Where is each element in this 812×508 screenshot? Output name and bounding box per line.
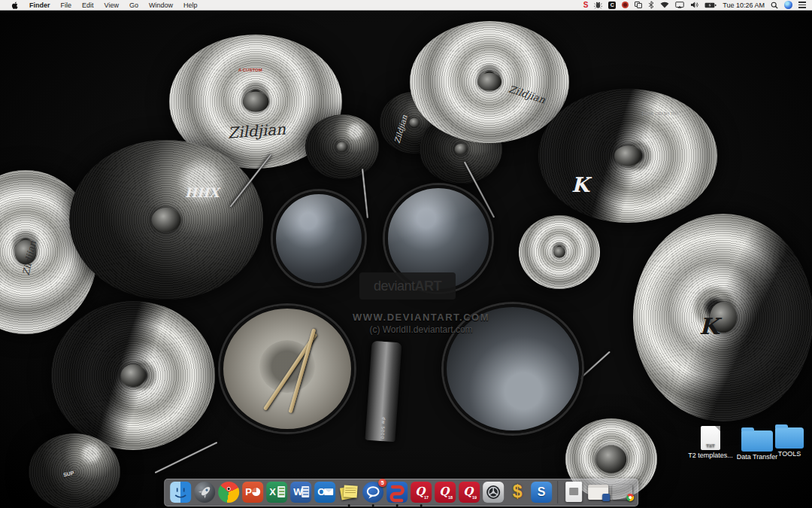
dock-quicken-2017-icon[interactable]: Q 17 bbox=[411, 482, 432, 503]
menu-help[interactable]: Help bbox=[178, 0, 203, 11]
battery-charging-icon[interactable] bbox=[704, 1, 717, 10]
cymbal-k-ride-letter: K bbox=[699, 313, 719, 339]
txt-file-badge: TXT bbox=[701, 443, 720, 448]
cymbal-bottom-left bbox=[29, 433, 120, 508]
volume-icon[interactable] bbox=[690, 1, 698, 10]
minimized-window-thumbnail bbox=[588, 485, 608, 500]
outlook-envelope-icon bbox=[324, 488, 333, 495]
kick-pedal-label: dw 5000 bbox=[380, 417, 386, 440]
excel-sheet-icon bbox=[277, 486, 285, 497]
menu-bar-left: Finder File Edit View Go Window Help bbox=[0, 0, 202, 11]
apple-icon[interactable] bbox=[6, 1, 24, 10]
rocket-icon bbox=[194, 482, 215, 503]
s-app-icon[interactable]: S bbox=[583, 1, 589, 10]
menu-finder[interactable]: Finder bbox=[24, 0, 56, 11]
sticky-note-icon bbox=[344, 485, 358, 497]
desktop-icon-tools[interactable]: TOOLS bbox=[768, 427, 810, 458]
powerpoint-pie-icon bbox=[252, 488, 260, 496]
dock-excel-icon[interactable]: X bbox=[266, 482, 287, 503]
dock-quicken-2018-icon[interactable]: Q 18 bbox=[435, 482, 456, 503]
dock-blue-red-app-icon[interactable] bbox=[386, 482, 408, 503]
drum-stand-leg bbox=[154, 441, 217, 473]
cymbal-k-ride bbox=[633, 214, 812, 421]
menu-file[interactable]: File bbox=[56, 0, 77, 11]
dock-outlook-icon[interactable]: O bbox=[314, 482, 335, 503]
watermark-lines: WWW.DEVIANTART.COM (c) WorldII.deviantar… bbox=[312, 312, 530, 335]
dock-s-app-icon[interactable]: S bbox=[531, 482, 552, 503]
notification-badge: 5 bbox=[378, 479, 386, 487]
menu-edit[interactable]: Edit bbox=[77, 0, 99, 11]
txt-file-icon: TXT bbox=[701, 426, 720, 450]
dock-quicken-2019-icon[interactable]: Q 19 bbox=[459, 482, 480, 503]
chrome-mini-badge-icon bbox=[626, 494, 634, 501]
menu-view[interactable]: View bbox=[99, 0, 124, 11]
excel-letter: X bbox=[269, 486, 276, 497]
menu-bar-status: S C Tue 10:26 AM bbox=[583, 1, 812, 10]
dock-launchpad-icon[interactable] bbox=[194, 482, 215, 503]
cymbal-k-crash-letter: K bbox=[571, 173, 589, 196]
watermark-url: WWW.DEVIANTART.COM bbox=[312, 312, 530, 323]
cymbal-hhx-model-label: HHX bbox=[185, 185, 219, 200]
display-mirroring-icon[interactable] bbox=[675, 1, 684, 10]
menu-bar: Finder File Edit View Go Window Help S C… bbox=[0, 0, 812, 11]
cymbal-k-crash-model-label: DARK CRASH Thin bbox=[642, 111, 678, 116]
quicken-version: 19 bbox=[472, 495, 477, 500]
menu-clock[interactable]: Tue 10:26 AM bbox=[723, 1, 765, 10]
bluetooth-icon[interactable] bbox=[648, 1, 654, 10]
layers-app-icon[interactable] bbox=[635, 2, 642, 8]
dock-utility-gear-icon[interactable] bbox=[483, 482, 504, 503]
menu-go[interactable]: Go bbox=[124, 0, 144, 11]
dock-separator bbox=[557, 481, 558, 503]
dock-dollar-app-icon[interactable]: $ bbox=[507, 482, 528, 503]
cymbal-k-crash bbox=[538, 89, 717, 223]
cymbal-small-left-center bbox=[305, 114, 379, 179]
c-app-icon[interactable]: C bbox=[608, 2, 616, 9]
deviantart-logo-text: deviantART bbox=[374, 278, 441, 294]
kick-pedal: dw 5000 bbox=[365, 341, 401, 442]
cymbal-hhx bbox=[69, 140, 263, 300]
watermark-credit: (c) WorldII.deviantart.com bbox=[312, 324, 530, 335]
siri-icon[interactable] bbox=[784, 1, 792, 9]
bug-app-icon[interactable] bbox=[594, 1, 602, 10]
dollar-glyph: $ bbox=[513, 482, 523, 502]
word-sheet-icon bbox=[301, 486, 309, 497]
dock-chrome-icon[interactable] bbox=[218, 482, 239, 503]
document-stack-icon bbox=[565, 482, 582, 502]
desktop-icon-label: TOOLS bbox=[768, 450, 810, 458]
dock-word-icon[interactable]: W bbox=[290, 482, 311, 503]
dock: P X W O 5 Q 17 Q 18 Q 19 $ S bbox=[164, 479, 638, 506]
menu-window[interactable]: Window bbox=[144, 0, 178, 11]
s-glyph: S bbox=[538, 485, 546, 499]
finder-face-icon bbox=[170, 482, 191, 503]
dock-documents-stack[interactable] bbox=[563, 482, 584, 503]
dock-stickies-icon[interactable] bbox=[338, 482, 359, 503]
notification-center-icon[interactable] bbox=[798, 1, 806, 10]
tom-drum-1 bbox=[273, 191, 365, 286]
cymbal-small-shiny bbox=[519, 215, 600, 289]
cymbal-top-center bbox=[410, 21, 569, 143]
minimized-window-thumbnail bbox=[612, 485, 632, 500]
word-mini-badge-icon bbox=[602, 494, 610, 501]
desktop-icon-label: T2 templates... bbox=[686, 452, 735, 459]
dock-powerpoint-icon[interactable]: P bbox=[242, 482, 263, 503]
record-app-icon[interactable] bbox=[622, 2, 629, 8]
red-swirl-icon bbox=[386, 482, 408, 503]
dock-minimized-window-light[interactable] bbox=[587, 482, 608, 503]
quicken-version: 17 bbox=[424, 495, 429, 500]
wifi-icon[interactable] bbox=[660, 1, 669, 10]
spotlight-icon[interactable] bbox=[771, 1, 778, 10]
desktop-icon-t2-templates[interactable]: TXT T2 templates... bbox=[686, 426, 735, 459]
deviantart-logo-watermark: deviantART bbox=[359, 272, 456, 300]
quicken-version: 18 bbox=[448, 495, 453, 500]
folder-icon bbox=[775, 427, 804, 449]
dock-minimized-window-dark[interactable] bbox=[611, 482, 632, 503]
powerpoint-letter: P bbox=[245, 486, 252, 497]
cymbal-top-left-model-label: A CUSTOM bbox=[238, 68, 262, 72]
cymbal-stand-rod bbox=[362, 169, 369, 218]
dock-hipchat-icon[interactable]: 5 bbox=[362, 482, 383, 503]
dock-finder-icon[interactable] bbox=[170, 482, 191, 503]
cymbal-lower-left bbox=[51, 301, 215, 450]
gear-wheel-icon bbox=[483, 482, 504, 503]
